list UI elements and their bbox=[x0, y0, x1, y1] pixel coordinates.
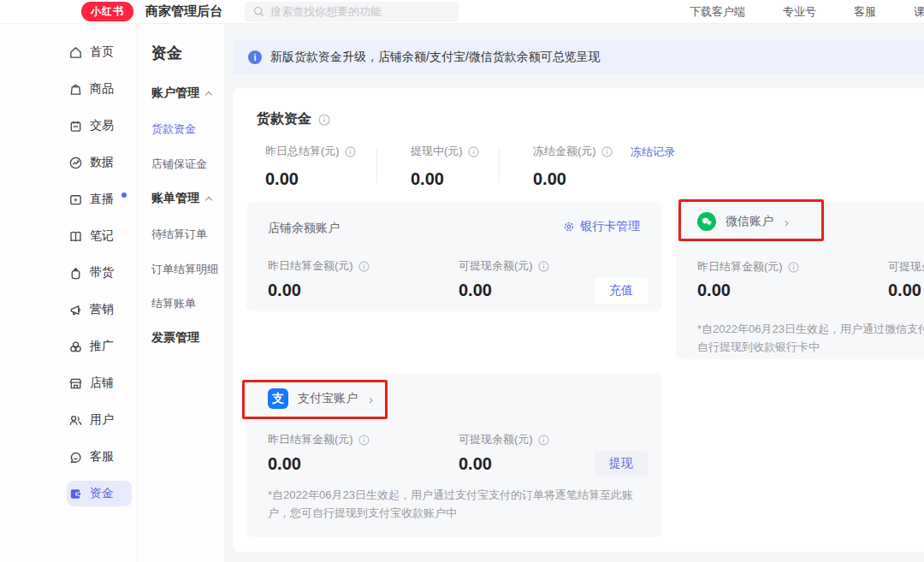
card-title: 微信账户 bbox=[726, 214, 773, 229]
info-icon[interactable] bbox=[788, 262, 799, 273]
info-icon[interactable] bbox=[601, 146, 613, 157]
professional-account-link[interactable]: 专业号 bbox=[783, 4, 816, 20]
settle-value: 0.00 bbox=[268, 281, 301, 300]
goods-icon bbox=[68, 82, 83, 97]
sidebar-item-users[interactable]: 用户 bbox=[67, 407, 132, 433]
stat-value: 0.00 bbox=[411, 169, 479, 189]
stat-yesterday-total: 昨日总结算(元) 0.00 bbox=[265, 144, 356, 189]
submenu-group-invoice[interactable]: 发票管理 bbox=[151, 330, 224, 346]
sidebar-item-carry-goods[interactable]: 带货 bbox=[67, 260, 132, 286]
sidebar-item-label: 笔记 bbox=[90, 228, 114, 244]
sidebar-item-service[interactable]: 客服 bbox=[67, 444, 132, 470]
stat-label: 提现中(元) bbox=[411, 144, 463, 159]
submenu-group-account[interactable]: 账户管理 bbox=[151, 86, 224, 101]
marketing-icon bbox=[68, 303, 83, 317]
label: 昨日结算金额(元) bbox=[697, 259, 783, 275]
sidebar-item-funds[interactable]: 资金 bbox=[67, 481, 132, 506]
wechat-note: *自2022年06月23日生效起，用户通过微信支付的 自行提现到收款银行卡中 bbox=[697, 320, 924, 356]
info-icon[interactable] bbox=[468, 146, 479, 157]
sidebar-item-label: 交易 bbox=[90, 118, 114, 133]
page-title: 货款资金 bbox=[257, 110, 311, 128]
settle-value: 0.00 bbox=[268, 454, 301, 474]
stat-value: 0.00 bbox=[265, 169, 356, 189]
notes-icon bbox=[68, 229, 83, 244]
sidebar-item-shop[interactable]: 店铺 bbox=[67, 370, 132, 396]
sidebar-item-goods[interactable]: 商品 bbox=[67, 76, 132, 102]
search-box[interactable] bbox=[245, 2, 459, 22]
info-icon[interactable] bbox=[345, 146, 356, 157]
note-line: *自2022年06月23日生效起，用户通过微信支付的 bbox=[697, 320, 924, 338]
wechat-account-link[interactable]: 微信账户 › bbox=[697, 212, 789, 231]
info-icon[interactable] bbox=[538, 261, 549, 272]
classroom-link[interactable]: 课堂 bbox=[914, 4, 924, 20]
bank-card-manage-link[interactable]: 银行卡管理 bbox=[563, 219, 640, 234]
recharge-button[interactable]: 充值 bbox=[595, 278, 648, 304]
sidebar: 首页 商品 交易 数据 直播 笔记 带货 营销 推广 店铺 用户 bbox=[0, 24, 137, 562]
sidebar-item-label: 商品 bbox=[90, 81, 114, 97]
submenu-item-pending-orders[interactable]: 待结算订单 bbox=[151, 227, 224, 242]
chevron-right-icon: › bbox=[369, 392, 373, 406]
sidebar-item-label: 店铺 bbox=[90, 376, 114, 391]
sidebar-item-data[interactable]: 数据 bbox=[67, 150, 132, 175]
promotion-icon bbox=[68, 340, 83, 354]
info-icon[interactable] bbox=[538, 435, 549, 446]
gear-icon bbox=[563, 221, 575, 233]
info-icon[interactable] bbox=[318, 114, 330, 126]
stat-value: 0.00 bbox=[533, 169, 613, 189]
submenu-title: 资金 bbox=[151, 43, 224, 63]
alipay-note: *自2022年06月23日生效起，用户通过支付宝支付的订单将逐笔结算至此账户，您… bbox=[268, 486, 654, 522]
sidebar-item-trade[interactable]: 交易 bbox=[67, 113, 132, 139]
carry-goods-icon bbox=[68, 266, 83, 281]
users-icon bbox=[68, 413, 83, 428]
submenu-item-settlement-bill[interactable]: 结算账单 bbox=[151, 296, 224, 311]
withdraw-button[interactable]: 提现 bbox=[595, 451, 648, 476]
wechat-icon bbox=[697, 212, 716, 231]
divider bbox=[499, 147, 500, 183]
sidebar-item-label: 营销 bbox=[90, 302, 114, 317]
submenu-item-shop-deposit[interactable]: 店铺保证金 bbox=[151, 157, 224, 172]
trade-icon bbox=[68, 119, 83, 133]
alipay-account-link[interactable]: 支 支付宝账户 › bbox=[268, 388, 373, 409]
submenu-group-bill[interactable]: 账单管理 bbox=[151, 191, 224, 206]
freeze-records-link[interactable]: 冻结记录 bbox=[631, 145, 675, 160]
stat-frozen: 冻结金额(元) 0.00 bbox=[533, 144, 613, 189]
download-client-link[interactable]: 下载客户端 bbox=[690, 4, 745, 20]
wechat-account-card: 微信账户 › 昨日结算金额(元) 可提现余额(元) 0.00 0.00 *自20… bbox=[676, 202, 924, 359]
sidebar-item-label: 直播 bbox=[90, 192, 114, 207]
sidebar-item-label: 推广 bbox=[90, 339, 114, 354]
label: 可提现余额(元) bbox=[459, 258, 533, 274]
summary-stats: 昨日总结算(元) 0.00 提现中(元) 0.00 冻结金额(元) 0.00 冻… bbox=[233, 144, 924, 210]
chevron-right-icon: › bbox=[785, 215, 789, 229]
settle-value: 0.00 bbox=[697, 281, 731, 300]
alipay-account-card: 支 支付宝账户 › 昨日结算金额(元) 可提现余额(元) 0.00 0.00 提… bbox=[246, 374, 662, 537]
sidebar-item-label: 数据 bbox=[90, 155, 114, 170]
sidebar-item-marketing[interactable]: 营销 bbox=[67, 297, 132, 322]
shop-balance-card: 店铺余额账户 银行卡管理 昨日结算金额(元) 可提现余额(元) 0.00 0.0… bbox=[246, 202, 662, 311]
info-icon[interactable] bbox=[358, 261, 370, 272]
service-icon bbox=[68, 450, 83, 464]
withdrawable-value: 0.00 bbox=[888, 281, 921, 300]
sidebar-item-label: 用户 bbox=[90, 412, 114, 428]
chevron-up-icon bbox=[205, 91, 212, 98]
submenu-item-settlement-detail[interactable]: 订单结算明细 bbox=[151, 262, 224, 277]
data-icon bbox=[68, 156, 83, 170]
withdrawable-value: 0.00 bbox=[459, 454, 492, 474]
sidebar-item-promotion[interactable]: 推广 bbox=[67, 334, 132, 359]
sidebar-item-notes[interactable]: 笔记 bbox=[67, 223, 132, 249]
sidebar-item-live[interactable]: 直播 bbox=[67, 186, 132, 212]
submenu-item-goods-funds[interactable]: 货款资金 bbox=[151, 121, 224, 137]
card-title: 支付宝账户 bbox=[298, 391, 358, 406]
stat-withdrawing: 提现中(元) 0.00 bbox=[411, 144, 479, 189]
label: 可提现余额(元) bbox=[888, 259, 924, 275]
sidebar-item-label: 带货 bbox=[90, 265, 114, 281]
xiaohongshu-logo: 小红书 bbox=[81, 2, 133, 21]
sidebar-item-home[interactable]: 首页 bbox=[67, 39, 132, 65]
customer-service-link[interactable]: 客服 bbox=[854, 4, 876, 20]
link-label: 银行卡管理 bbox=[580, 219, 640, 234]
info-icon[interactable] bbox=[358, 435, 370, 446]
chevron-up-icon bbox=[205, 196, 212, 203]
search-input[interactable] bbox=[270, 5, 441, 18]
app-title: 商家管理后台 bbox=[145, 3, 222, 20]
shop-icon bbox=[68, 376, 83, 391]
upgrade-banner: i 新版货款资金升级，店铺余额/支付宝/微信货款余额可总览呈现 bbox=[233, 40, 924, 74]
